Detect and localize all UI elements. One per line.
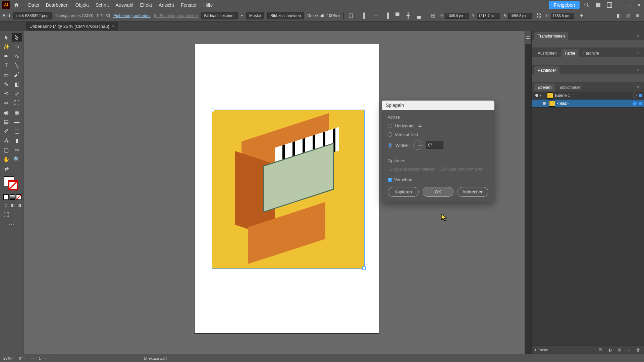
column-graph-tool[interactable]: ▮ — [12, 136, 22, 145]
close-window-icon[interactable]: ✕ — [636, 2, 642, 8]
free-transform-tool[interactable]: ⛶ — [12, 99, 22, 107]
panel-flyout-icon[interactable]: ≡ — [635, 32, 641, 40]
direct-selection-tool[interactable] — [12, 33, 22, 42]
rotate-tool[interactable]: ⟲ — [1, 89, 11, 98]
copy-button[interactable]: Kopieren — [388, 187, 419, 197]
slice-tool[interactable]: ✂ — [12, 145, 22, 154]
symbol-sprayer-tool[interactable]: ⁂ — [1, 136, 11, 145]
pen-tool[interactable]: ✒ — [1, 52, 11, 60]
perspective-grid-tool[interactable]: ▦ — [12, 108, 22, 117]
ok-button[interactable]: OK — [423, 187, 453, 197]
axis-vertical-option[interactable]: Vertikal ▷◁ — [388, 132, 488, 137]
scale-tool[interactable]: ⤢ — [12, 89, 22, 98]
align-vcenter-icon[interactable]: ╋ — [405, 12, 412, 19]
align-hcenter-icon[interactable]: ┼ — [372, 12, 380, 19]
search-icon[interactable] — [582, 1, 591, 9]
h-input[interactable] — [551, 13, 574, 19]
curvature-tool[interactable]: ∿ — [12, 52, 22, 60]
panel-flyout-icon[interactable]: ≡ — [635, 66, 641, 74]
arrange-documents-icon[interactable] — [594, 1, 602, 9]
eraser-tool[interactable]: ◧ — [12, 80, 22, 88]
axis-horizontal-option[interactable]: Horizontal ⇄ — [388, 123, 488, 128]
menu-help[interactable]: Hilfe — [200, 2, 216, 8]
x-input[interactable] — [445, 13, 469, 19]
radio-icon[interactable] — [388, 143, 392, 147]
align-right-icon[interactable]: ▐ — [383, 12, 390, 19]
image-trace-button[interactable]: Bildnachzeichner — [201, 12, 238, 19]
align-top-icon[interactable]: ▀ — [394, 12, 401, 19]
mesh-tool[interactable]: ▤ — [1, 117, 11, 126]
tab-layers[interactable]: Ebenen — [534, 83, 555, 92]
menu-select[interactable]: Auswahl — [112, 2, 137, 8]
angle-input[interactable] — [426, 141, 443, 149]
maximize-icon[interactable]: □ — [628, 2, 634, 8]
axis-angle-option[interactable]: Winkel: — [388, 140, 488, 150]
expand-layer-icon[interactable]: ▾ — [540, 94, 545, 97]
menu-edit[interactable]: Bearbeiten — [43, 2, 72, 8]
menu-effect[interactable]: Effekt — [137, 2, 155, 8]
align-left-icon[interactable]: ▌ — [362, 12, 369, 19]
rotation-value[interactable]: 0°▾ — [19, 356, 26, 360]
radio-icon[interactable] — [388, 132, 392, 137]
checkbox-icon[interactable] — [388, 178, 392, 182]
document-tab[interactable]: Unbenannt-1* @ 25 % (CMYK/Vorschau) × — [26, 22, 118, 31]
target-icon[interactable] — [633, 94, 637, 98]
hand-tool[interactable]: ✋ — [1, 155, 11, 164]
fill-stroke-swatch[interactable] — [4, 176, 19, 192]
opacity-dropdown-icon[interactable]: ▸ — [338, 14, 340, 17]
magic-wand-tool[interactable]: ✨ — [1, 42, 11, 51]
lasso-tool[interactable]: ⊃ — [12, 42, 22, 51]
color-mode-color[interactable] — [3, 194, 9, 200]
placed-image[interactable] — [212, 110, 365, 269]
opacity-value[interactable]: 100% — [327, 13, 337, 18]
artboard-nav[interactable]: |◂◂ 1 ▾ ▸▸| — [31, 356, 52, 360]
panel-flyout-icon[interactable]: ≡ — [635, 83, 641, 92]
draw-inside-icon[interactable]: ◨ — [17, 202, 22, 208]
home-icon[interactable] — [13, 1, 20, 9]
edit-toolbar-icon[interactable]: ••• — [1, 223, 22, 227]
screen-mode-icon[interactable]: ⛶ — [1, 210, 11, 219]
artboard-tool[interactable]: ▢ — [1, 145, 11, 154]
toggle-fill-stroke[interactable]: ⇄ — [1, 164, 11, 173]
document-setup-icon[interactable] — [347, 12, 355, 19]
type-tool[interactable]: T — [1, 61, 11, 70]
menu-window[interactable]: Fenster — [177, 2, 200, 8]
isolate-icon[interactable]: ◧ — [615, 12, 623, 19]
unembed-link[interactable]: Einbettung aufheben — [113, 13, 151, 18]
color-mode-none[interactable] — [16, 194, 21, 200]
cancel-button[interactable]: Abbrechen — [458, 187, 488, 197]
width-tool[interactable]: ⇔ — [1, 99, 11, 107]
minimize-icon[interactable]: — — [620, 2, 626, 8]
selection-tool[interactable] — [1, 33, 11, 42]
constrain-icon[interactable]: ✦ — [578, 12, 585, 19]
angle-dial[interactable] — [413, 140, 423, 150]
transform-reference-icon[interactable]: ⊞ — [430, 12, 437, 19]
align-bottom-icon[interactable]: ▄ — [415, 12, 423, 19]
layer-name[interactable]: Ebene 1 — [555, 93, 633, 98]
y-input[interactable] — [477, 13, 500, 19]
target-icon[interactable] — [633, 102, 637, 106]
tab-colorguide[interactable]: Farbhilfe — [580, 49, 602, 57]
zoom-level[interactable]: 25%▾ — [3, 356, 14, 360]
eyedropper-tool[interactable]: ✐ — [1, 127, 11, 135]
line-segment-tool[interactable]: ╲ — [12, 61, 22, 70]
w-input[interactable] — [508, 13, 532, 19]
layer-row[interactable]: ▾ Ebene 1 — [532, 92, 644, 100]
link-wh-icon[interactable]: ⛓ — [535, 12, 542, 19]
menu-file[interactable]: Datei — [25, 2, 43, 8]
gradient-tool[interactable]: ▬ — [12, 117, 22, 126]
properties-panel-icon[interactable]: ⎚ — [625, 12, 632, 19]
close-tab-icon[interactable]: × — [112, 23, 115, 29]
draw-normal-icon[interactable]: ◻ — [3, 202, 8, 208]
create-sublayer-icon[interactable]: ⊞ — [616, 347, 623, 353]
linked-filename[interactable]: midi-6389392.png — [13, 12, 52, 19]
paintbrush-tool[interactable]: 🖌 — [12, 70, 22, 79]
menu-view[interactable]: Ansicht — [155, 2, 177, 8]
tab-libraries[interactable]: Bibliotheken — [556, 83, 585, 92]
rectangle-tool[interactable]: ▭ — [1, 70, 11, 79]
preview-checkbox[interactable]: Vorschau — [388, 177, 488, 182]
tab-align[interactable]: Ausrichten — [534, 49, 560, 57]
draw-behind-icon[interactable]: ◧ — [10, 202, 15, 208]
menu-type[interactable]: Schrift — [92, 2, 112, 8]
make-clipping-mask-icon[interactable]: ◐ — [607, 347, 613, 353]
